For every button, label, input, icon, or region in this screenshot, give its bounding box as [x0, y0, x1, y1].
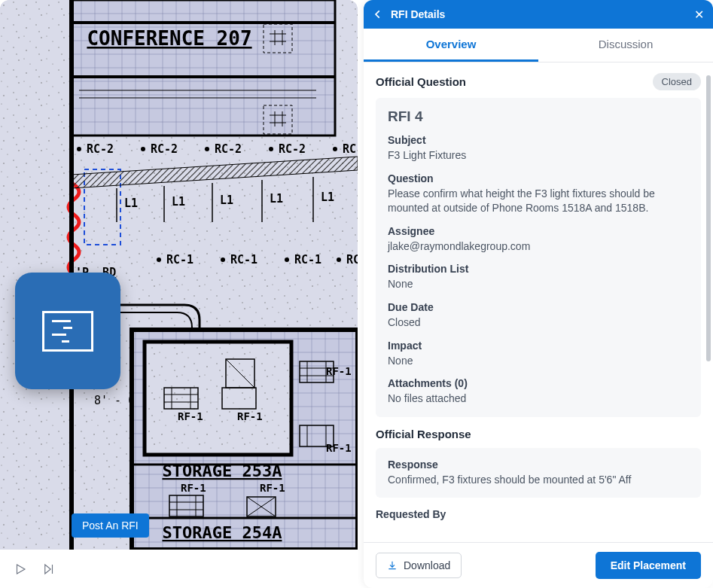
tab-discussion[interactable]: Discussion	[538, 29, 713, 62]
scrollbar[interactable]	[706, 75, 711, 361]
tabs: Overview Discussion	[364, 29, 713, 62]
svg-point-16	[77, 147, 81, 151]
svg-text:L1: L1	[270, 192, 283, 206]
svg-point-42	[285, 257, 289, 262]
svg-text:RC-1: RC-1	[294, 253, 321, 267]
svg-rect-49	[145, 342, 291, 455]
svg-text:RC-2: RC-2	[215, 142, 242, 156]
close-icon[interactable]: ✕	[694, 8, 704, 22]
tab-overview[interactable]: Overview	[364, 29, 538, 62]
blueprint-canvas[interactable]: CONFERENCE 207 RC-2 RC-2 RC-2 RC-2 RC-2	[0, 0, 358, 550]
question-card: RFI 4 Subject F3 Light Fixtures Question…	[376, 98, 701, 417]
svg-marker-70	[17, 565, 26, 574]
status-badge: Closed	[653, 73, 701, 90]
response-label: Response	[388, 459, 689, 471]
room-label-storage-a: STORAGE 253A	[163, 462, 282, 480]
dist-label: Distribution List	[388, 263, 689, 275]
post-rfi-button[interactable]: Post An RFI	[72, 513, 149, 538]
response-value: Confirmed, F3 fixtures should be mounted…	[388, 473, 689, 488]
playback-controls	[0, 550, 358, 588]
svg-point-44	[337, 257, 341, 262]
svg-point-22	[269, 147, 273, 151]
subject-value: F3 Light Fixtures	[388, 148, 689, 163]
svg-point-20	[205, 147, 209, 151]
svg-point-40	[221, 257, 225, 262]
next-icon[interactable]	[42, 562, 56, 576]
svg-text:RF-1: RF-1	[326, 442, 352, 454]
question-label: Question	[388, 172, 689, 184]
svg-text:L1: L1	[321, 190, 334, 204]
due-label: Due Date	[388, 301, 689, 313]
panel-header: RFI Details ✕	[364, 0, 713, 29]
svg-text:RC-2: RC-2	[87, 142, 114, 156]
requested-by-heading: Requested By	[376, 508, 701, 520]
svg-text:RC-2: RC-2	[343, 142, 358, 156]
svg-text:RF-1: RF-1	[181, 482, 206, 494]
room-label-conference: CONFERENCE 207	[87, 27, 251, 50]
panel-footer: Download Edit Placement	[364, 542, 713, 588]
edit-placement-button[interactable]: Edit Placement	[596, 552, 701, 579]
play-icon[interactable]	[14, 562, 27, 576]
official-question-heading: Official Question	[376, 75, 466, 88]
rfi-marker-icon[interactable]	[15, 273, 120, 389]
assignee-label: Assignee	[388, 225, 689, 237]
blueprint-viewer[interactable]: CONFERENCE 207 RC-2 RC-2 RC-2 RC-2 RC-2	[0, 0, 358, 588]
svg-text:RC-2: RC-2	[151, 142, 178, 156]
room-label-storage-b: STORAGE 254A	[163, 523, 282, 542]
document-icon	[42, 311, 93, 352]
attach-label: Attachments (0)	[388, 377, 689, 389]
svg-marker-71	[45, 565, 51, 574]
rfi-details-panel: RFI Details ✕ Overview Discussion Offici…	[364, 0, 713, 588]
panel-body[interactable]: Official Question Closed RFI 4 Subject F…	[364, 62, 713, 542]
assignee-value: jlake@raymondlakegroup.com	[388, 239, 689, 254]
response-card: Response Confirmed, F3 fixtures should b…	[376, 448, 701, 498]
svg-text:RC-1: RC-1	[166, 253, 193, 267]
svg-text:L1: L1	[124, 197, 138, 210]
download-icon	[387, 560, 398, 571]
download-button[interactable]: Download	[376, 553, 462, 578]
due-value: Closed	[388, 315, 689, 331]
impact-label: Impact	[388, 340, 689, 352]
subject-label: Subject	[388, 134, 689, 146]
question-value: Please confirm what height the F3 light …	[388, 187, 689, 216]
svg-text:RF-1: RF-1	[260, 482, 285, 494]
impact-value: None	[388, 354, 689, 369]
panel-title: RFI Details	[391, 8, 687, 20]
svg-rect-9	[72, 0, 335, 136]
official-response-heading: Official Response	[376, 428, 701, 440]
svg-text:L1: L1	[220, 193, 233, 207]
attach-value: No files attached	[388, 391, 689, 407]
download-label: Download	[404, 559, 450, 571]
svg-rect-11	[72, 75, 335, 78]
svg-text:RC-1: RC-1	[346, 253, 358, 267]
svg-text:L1: L1	[172, 195, 185, 209]
svg-point-18	[141, 147, 145, 151]
svg-text:RF-1: RF-1	[326, 365, 352, 377]
svg-rect-10	[72, 21, 335, 24]
svg-text:RC-2: RC-2	[279, 142, 306, 156]
svg-point-38	[157, 257, 161, 262]
svg-text:RF-1: RF-1	[237, 410, 263, 422]
svg-point-24	[333, 147, 337, 151]
back-chevron-icon[interactable]	[373, 9, 383, 20]
svg-text:RC-1: RC-1	[230, 253, 257, 267]
rfi-title: RFI 4	[388, 108, 689, 125]
svg-text:RF-1: RF-1	[178, 410, 203, 422]
dist-value: None	[388, 277, 689, 292]
